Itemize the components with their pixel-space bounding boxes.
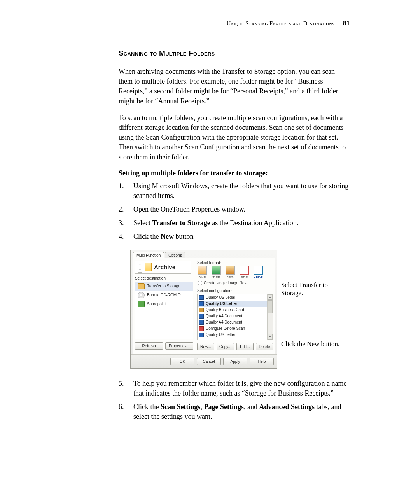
callout-new: Click the New button.	[281, 340, 359, 348]
step-bold: Transfer to Storage	[152, 219, 210, 227]
chevron-down-icon[interactable]: ▼	[138, 267, 142, 272]
running-header: Unique Scanning Features and Destination…	[119, 19, 350, 27]
steps-list-b: To help you remember which folder it is,…	[119, 379, 350, 422]
config-label: Quality US Letter	[206, 332, 235, 337]
dialog-tabs: Multi Function Options	[131, 250, 277, 258]
step-text: Select	[133, 219, 152, 227]
config-icon	[199, 332, 204, 337]
folder-icon	[138, 283, 145, 289]
config-item[interactable]: Configure Before Scan	[198, 326, 273, 332]
select-format-label: Select format:	[197, 261, 273, 265]
spinner[interactable]: ▲▼	[138, 262, 142, 273]
format-jpg[interactable]: JPG	[225, 266, 235, 279]
format-label: BMP	[197, 275, 207, 279]
config-label: Quality A4 Document	[206, 320, 242, 324]
dialog-bottom-bar: OK Cancel Apply Help	[131, 354, 277, 368]
destination-label: Burn to CD-ROM E:	[147, 293, 181, 297]
step-item: Click the Scan Settings, Page Settings, …	[119, 402, 350, 422]
properties-button[interactable]: Properties...	[165, 342, 193, 350]
destination-item[interactable]: Sharepoint	[135, 300, 193, 309]
config-item[interactable]: Quality US Letter	[198, 301, 273, 307]
config-item[interactable]: Quality US Letter	[198, 332, 273, 338]
sharepoint-icon	[138, 301, 145, 307]
format-label: JPG	[225, 275, 235, 279]
format-row: BMP TIFF JPG PDF sPDF	[197, 266, 273, 279]
callout-transfer: Select Transfer to Storage.	[281, 281, 343, 298]
step-text: as the Destination Application.	[210, 219, 298, 227]
config-label: Quality A4 Document	[206, 314, 242, 318]
config-icon	[199, 301, 204, 306]
step-item: Open the OneTouch Properties window.	[119, 205, 350, 214]
scroll-thumb[interactable]	[268, 300, 273, 313]
refresh-button[interactable]: Refresh	[135, 342, 163, 350]
step-bold: Page Settings	[204, 403, 244, 411]
step-item: Select Transfer to Storage as the Destin…	[119, 218, 350, 228]
configuration-list[interactable]: Quality US Legal Quality US Letter Quali…	[197, 294, 273, 340]
destination-item[interactable]: Burn to CD-ROM E:	[135, 291, 193, 300]
section-title: Scanning to Multiple Folders	[119, 49, 350, 58]
body-paragraph: When archiving documents with the Transf…	[119, 67, 350, 106]
config-item[interactable]: Quality A4 Document	[198, 313, 273, 319]
step-bold: New	[161, 233, 174, 240]
step-item: Using Microsoft Windows, create the fold…	[119, 181, 350, 201]
dialog-figure: Multi Function Options ▲▼ Archive Select…	[130, 250, 350, 369]
format-tiff[interactable]: TIFF	[211, 266, 221, 279]
callout-text: Click the New button.	[281, 340, 340, 348]
config-label: Quality US Legal	[206, 295, 235, 299]
config-icon	[199, 314, 204, 318]
config-item[interactable]: Quality Business Card	[198, 307, 273, 313]
config-item[interactable]: Quality A4 Document	[198, 319, 273, 326]
jpg-icon	[226, 266, 235, 275]
archive-label: Archive	[154, 264, 175, 270]
step-text: Click the	[133, 403, 161, 411]
scrollbar[interactable]: ▲ ▼	[267, 294, 273, 340]
config-item[interactable]: Quality US Legal	[198, 294, 273, 301]
callout-text: Select Transfer to Storage.	[281, 281, 328, 297]
config-icon	[199, 308, 204, 312]
config-label: Quality US Letter	[206, 301, 237, 306]
onetouch-dialog: Multi Function Options ▲▼ Archive Select…	[130, 250, 277, 369]
format-bmp[interactable]: BMP	[197, 266, 207, 279]
pdf-icon	[240, 266, 249, 275]
step-bold: Advanced Settings	[259, 403, 315, 411]
step-text: button	[174, 233, 194, 240]
step-item: To help you remember which folder it is,…	[119, 379, 350, 398]
destination-list[interactable]: Transfer to Storage Burn to CD-ROM E: Sh…	[135, 282, 193, 339]
format-label: TIFF	[211, 275, 221, 279]
tab-options[interactable]: Options	[165, 252, 185, 258]
tiff-icon	[212, 266, 221, 275]
page-number: 81	[343, 19, 350, 27]
select-configuration-label: Select configuration:	[197, 289, 273, 293]
body-paragraph: To scan to multiple folders, you create …	[119, 113, 350, 162]
tab-multi-function[interactable]: Multi Function	[133, 252, 164, 258]
scroll-up-button[interactable]: ▲	[268, 294, 273, 300]
cd-icon	[138, 292, 145, 298]
select-destination-label: Select destination:	[135, 276, 193, 280]
cancel-button[interactable]: Cancel	[197, 358, 221, 365]
destination-label: Sharepoint	[147, 302, 166, 306]
step-text: Click the	[133, 233, 161, 240]
config-icon	[199, 295, 204, 300]
config-label: Quality Business Card	[206, 308, 244, 312]
config-icon	[199, 320, 204, 325]
subheading: Setting up multiple folders for transfer…	[119, 169, 350, 177]
format-label: sPDF	[253, 275, 263, 279]
config-label: Configure Before Scan	[206, 326, 245, 331]
step-text: ,	[201, 403, 204, 411]
spdf-icon	[254, 266, 263, 275]
create-single-row[interactable]: Create single image files	[197, 280, 273, 286]
format-label: PDF	[239, 275, 249, 279]
format-pdf[interactable]: PDF	[239, 266, 249, 279]
archive-selector[interactable]: ▲▼ Archive	[135, 261, 191, 274]
archive-icon	[145, 263, 152, 271]
config-icon	[199, 326, 204, 331]
scroll-down-button[interactable]: ▼	[268, 334, 273, 340]
ok-button[interactable]: OK	[170, 358, 194, 365]
help-button[interactable]: Help	[250, 358, 274, 365]
destination-item[interactable]: Transfer to Storage	[135, 282, 193, 291]
step-item: Click the New button	[119, 232, 350, 242]
format-spdf[interactable]: sPDF	[253, 266, 263, 279]
apply-button[interactable]: Apply	[223, 358, 247, 365]
chevron-up-icon[interactable]: ▲	[138, 262, 142, 268]
step-bold: Scan Settings	[161, 403, 201, 411]
